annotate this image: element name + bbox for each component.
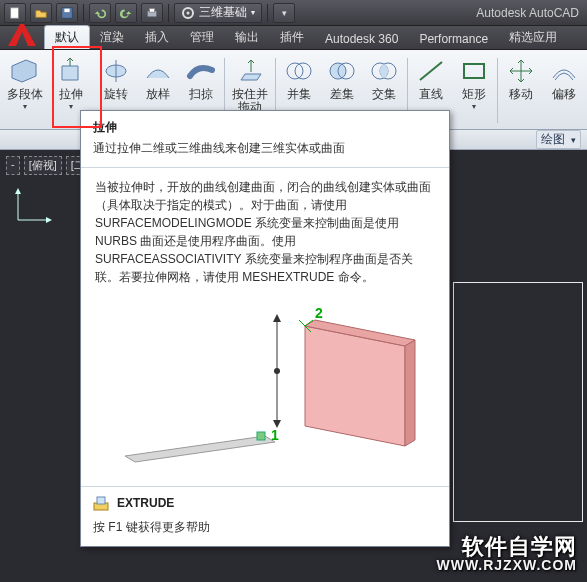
tooltip-help: 按 F1 键获得更多帮助 xyxy=(81,519,449,546)
qat-separator xyxy=(267,4,268,22)
chevron-down-icon: ▾ xyxy=(282,8,287,18)
cmd-label: 矩形 xyxy=(462,88,486,101)
tooltip-footer: EXTRUDE xyxy=(81,486,449,519)
watermark: 软件自学网 WWW.RJZXW.COM xyxy=(436,538,577,574)
panel-pill[interactable]: 绘图 ▾ xyxy=(536,130,581,149)
cmd-rectangle[interactable]: 矩形 ▾ xyxy=(453,52,495,126)
diagram-marker-1: 1 xyxy=(271,427,279,443)
tooltip-diagram: 2 1 xyxy=(81,296,449,486)
tab-addins[interactable]: 插件 xyxy=(270,26,315,49)
cmd-offset[interactable]: 偏移 xyxy=(543,52,585,126)
revolve-icon xyxy=(99,56,133,86)
svg-rect-0 xyxy=(11,7,19,18)
qat-more-button[interactable]: ▾ xyxy=(273,3,295,23)
titlebar: 三维基础 ▾ ▾ Autodesk AutoCAD xyxy=(0,0,587,26)
presspull-icon xyxy=(233,56,267,86)
open-icon xyxy=(34,6,48,20)
svg-marker-17 xyxy=(15,188,21,194)
workspace-dropdown[interactable]: 三维基础 ▾ xyxy=(174,3,262,23)
print-icon xyxy=(145,6,159,20)
tab-featured[interactable]: 精选应用 xyxy=(499,26,568,49)
tooltip-short-desc: 通过拉伸二维或三维曲线来创建三维实体或曲面 xyxy=(81,140,449,167)
tooltip-command: EXTRUDE xyxy=(117,496,174,510)
command-tooltip: 拉伸 通过拉伸二维或三维曲线来创建三维实体或曲面 当被拉伸时，开放的曲线创建曲面… xyxy=(80,110,450,547)
panel-divider xyxy=(497,58,498,123)
tab-render[interactable]: 渲染 xyxy=(90,26,135,49)
cmd-polysolid[interactable]: 多段体 ▾ xyxy=(2,52,48,126)
chevron-down-icon: ▾ xyxy=(23,103,27,111)
undo-button[interactable] xyxy=(89,3,111,23)
print-button[interactable] xyxy=(141,3,163,23)
new-icon xyxy=(8,6,22,20)
tab-performance[interactable]: Performance xyxy=(409,29,499,49)
sweep-icon xyxy=(184,56,218,86)
extrude-diagram-icon: 2 1 xyxy=(105,306,425,476)
redo-icon xyxy=(119,6,133,20)
gear-icon xyxy=(181,6,195,20)
cmd-label: 放样 xyxy=(146,88,170,101)
tab-output[interactable]: 输出 xyxy=(225,26,270,49)
qat-separator xyxy=(168,4,169,22)
loft-icon xyxy=(141,56,175,86)
svg-marker-18 xyxy=(46,217,52,223)
qat-separator xyxy=(83,4,84,22)
cmd-move[interactable]: 移动 xyxy=(500,52,542,126)
ribbon-tabs: 默认 渲染 插入 管理 输出 插件 Autodesk 360 Performan… xyxy=(0,26,587,50)
ucs-axis-icon xyxy=(10,182,56,228)
tab-a360[interactable]: Autodesk 360 xyxy=(315,29,409,49)
cmd-label: 旋转 xyxy=(104,88,128,101)
watermark-line1: 软件自学网 xyxy=(436,538,577,556)
panel-pill-label: 绘图 xyxy=(541,132,565,146)
tab-insert[interactable]: 插入 xyxy=(135,26,180,49)
svg-rect-29 xyxy=(257,432,265,440)
svg-line-13 xyxy=(420,62,442,80)
svg-rect-14 xyxy=(464,64,484,78)
svg-rect-4 xyxy=(149,8,154,12)
viewport-label[interactable]: - xyxy=(6,156,20,175)
extrude-icon xyxy=(54,56,88,86)
cmd-label: 多段体 xyxy=(7,88,43,101)
svg-marker-28 xyxy=(125,436,275,462)
redo-button[interactable] xyxy=(115,3,137,23)
svg-marker-23 xyxy=(305,326,405,446)
rectangle-icon xyxy=(457,56,491,86)
offset-icon xyxy=(547,56,581,86)
cmd-label: 移动 xyxy=(509,88,533,101)
chevron-down-icon: ▾ xyxy=(69,103,73,111)
tab-manage[interactable]: 管理 xyxy=(180,26,225,49)
tab-default[interactable]: 默认 xyxy=(44,25,90,49)
viewport-label[interactable]: [俯视] xyxy=(24,156,62,175)
undo-icon xyxy=(93,6,107,20)
save-button[interactable] xyxy=(56,3,78,23)
subtract-icon xyxy=(325,56,359,86)
chevron-down-icon: ▾ xyxy=(472,103,476,111)
chevron-down-icon: ▾ xyxy=(251,8,255,17)
autocad-logo-icon xyxy=(4,20,40,50)
tooltip-title: 拉伸 xyxy=(81,111,449,140)
workspace-label: 三维基础 xyxy=(199,4,247,21)
cmd-label: 偏移 xyxy=(552,88,576,101)
svg-point-22 xyxy=(274,368,280,374)
watermark-line2: WWW.RJZXW.COM xyxy=(436,556,577,574)
cmd-label: 并集 xyxy=(287,88,311,101)
cmd-label: 扫掠 xyxy=(189,88,213,101)
union-icon xyxy=(282,56,316,86)
cmd-label: 交集 xyxy=(372,88,396,101)
app-logo[interactable] xyxy=(4,20,40,50)
save-icon xyxy=(60,6,74,20)
command-icon xyxy=(93,495,109,511)
cmd-label: 直线 xyxy=(419,88,443,101)
selection-rectangle xyxy=(453,282,583,522)
svg-rect-2 xyxy=(64,8,69,12)
app-title: Autodesk AutoCAD xyxy=(476,6,583,20)
cmd-label: 差集 xyxy=(330,88,354,101)
svg-point-6 xyxy=(187,11,190,14)
diagram-marker-2: 2 xyxy=(315,306,323,321)
svg-marker-25 xyxy=(405,340,415,446)
chevron-down-icon: ▾ xyxy=(571,135,576,145)
move-icon xyxy=(504,56,538,86)
polysolid-icon xyxy=(8,56,42,86)
svg-marker-20 xyxy=(273,314,281,322)
intersect-icon xyxy=(367,56,401,86)
line-icon xyxy=(414,56,448,86)
